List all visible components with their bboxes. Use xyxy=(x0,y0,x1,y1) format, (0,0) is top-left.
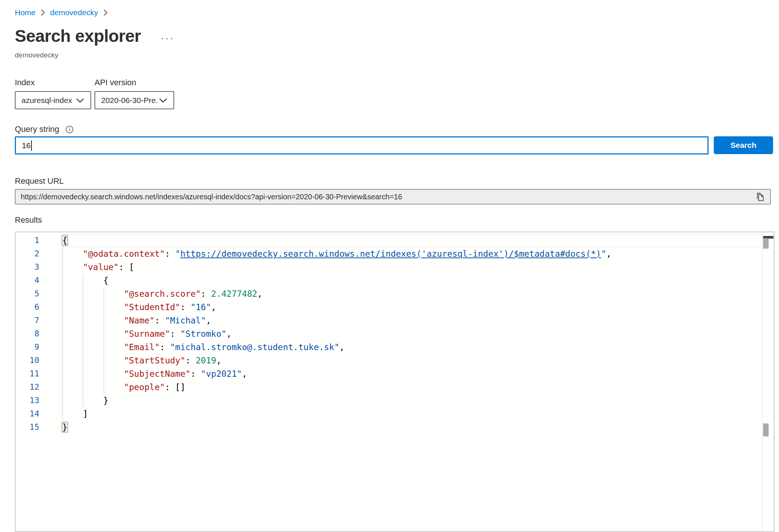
page-title: Search explorer xyxy=(15,26,141,46)
line-number: 13 xyxy=(16,394,62,407)
api-version-dropdown[interactable]: 2020-06-30-Pre... xyxy=(95,91,174,109)
api-version-dropdown-value: 2020-06-30-Pre... xyxy=(101,96,159,105)
code-line: "people": [] xyxy=(62,380,761,394)
editor-line: 1{ xyxy=(16,234,774,247)
json-token-p: : xyxy=(201,289,211,299)
api-version-label: API version xyxy=(95,78,136,87)
line-number: 5 xyxy=(16,287,62,300)
json-token-s: "Michal" xyxy=(165,316,206,325)
json-token-p: { xyxy=(103,276,109,285)
json-token-bm: { xyxy=(62,236,67,245)
editor-line: 9"Email": "michal.stromko@.student.tuke.… xyxy=(16,340,774,354)
indent-guide xyxy=(62,314,83,327)
indent-guide xyxy=(62,300,83,314)
results-json-editor[interactable]: 1{2"@odata.context": "https://demovedeck… xyxy=(15,232,775,532)
indent-guide xyxy=(103,314,124,327)
line-number: 10 xyxy=(16,354,62,367)
info-icon[interactable] xyxy=(65,125,74,134)
request-url-value: https://demovedecky.search.windows.net/i… xyxy=(21,193,755,201)
code-line: ] xyxy=(62,407,761,420)
chevron-right-icon xyxy=(103,9,107,16)
request-url-field[interactable]: https://demovedecky.search.windows.net/i… xyxy=(15,189,771,205)
json-token-p: : xyxy=(160,342,170,352)
index-dropdown[interactable]: azuresql-index xyxy=(15,91,91,109)
json-token-n: 2.4277482 xyxy=(211,289,258,299)
results-label: Results xyxy=(15,215,42,225)
indent-guide xyxy=(62,247,83,260)
query-string-label: Query string xyxy=(15,124,59,134)
json-token-k: "Email" xyxy=(124,342,160,352)
code-line: "@odata.context": "https://demovedecky.s… xyxy=(62,247,761,260)
code-line: "SubjectName": "vp2021", xyxy=(62,367,761,380)
indent-guide xyxy=(62,394,83,407)
json-token-k: "Name" xyxy=(124,316,155,325)
json-token-k: "value" xyxy=(83,262,119,272)
code-line: "Name": "Michal", xyxy=(62,314,761,327)
line-number: 8 xyxy=(16,327,62,340)
indent-guide xyxy=(103,287,124,300)
indent-guide xyxy=(83,367,103,380)
code-line: "StartStudy": 2019, xyxy=(62,354,761,367)
json-token-p: , xyxy=(216,356,221,365)
json-token-k: "@search.score" xyxy=(124,289,201,299)
line-number: 1 xyxy=(16,234,62,247)
json-token-p: , xyxy=(257,289,262,299)
json-token-k: "@odata.context" xyxy=(83,249,165,259)
json-token-k: "StartStudy" xyxy=(124,356,185,365)
json-token-n: 2019 xyxy=(196,356,216,365)
editor-line: 10"StartStudy": 2019, xyxy=(16,354,774,367)
page-subtitle: demovedecky xyxy=(15,51,58,59)
line-number: 9 xyxy=(16,340,62,354)
editor-line: 6"StudentId": "16", xyxy=(16,300,774,314)
json-token-p: : [ xyxy=(119,262,134,272)
indent-guide xyxy=(103,354,124,367)
breadcrumb-demovedecky-link[interactable]: demovedecky xyxy=(50,8,98,17)
line-number: 14 xyxy=(16,407,62,420)
indent-guide xyxy=(62,340,83,354)
line-number: 2 xyxy=(16,247,62,260)
more-options-icon[interactable]: ··· xyxy=(161,34,175,43)
json-token-k: "Surname" xyxy=(124,329,170,339)
chevron-down-icon xyxy=(76,98,84,103)
json-token-p: } xyxy=(103,396,109,405)
indent-guide xyxy=(62,354,83,367)
editor-line: 2"@odata.context": "https://demovedecky.… xyxy=(16,247,774,260)
query-string-label-row: Query string xyxy=(15,124,74,134)
editor-line: 12"people": [] xyxy=(16,380,774,394)
json-token-p: : [] xyxy=(165,382,185,392)
line-number: 11 xyxy=(16,367,62,380)
editor-line: 15} xyxy=(16,420,774,434)
query-string-value: 16 xyxy=(22,141,30,150)
chevron-down-icon xyxy=(159,98,168,103)
query-string-input[interactable]: 16 xyxy=(15,136,709,154)
json-token-p: : xyxy=(190,369,201,379)
editor-line: 13} xyxy=(16,394,774,407)
code-line: "value": [ xyxy=(62,260,761,274)
breadcrumb-home-link[interactable]: Home xyxy=(15,8,36,17)
editor-line: 7"Name": "Michal", xyxy=(16,314,774,327)
json-token-p: : xyxy=(185,356,196,365)
search-button[interactable]: Search xyxy=(714,136,773,154)
indent-guide xyxy=(83,314,103,327)
scrollbar-thumb[interactable] xyxy=(763,238,769,249)
copy-icon[interactable] xyxy=(755,191,766,203)
json-token-p: : xyxy=(170,329,180,339)
code-line: "Surname": "Stromko", xyxy=(62,327,761,340)
overview-ruler-bracket-mark xyxy=(763,423,769,436)
line-number: 7 xyxy=(16,314,62,327)
breadcrumb: Home demovedecky xyxy=(15,8,107,17)
indent-guide xyxy=(83,380,103,394)
json-token-s: "Stromko" xyxy=(180,329,226,339)
code-line: "Email": "michal.stromko@.student.tuke.s… xyxy=(62,340,761,354)
editor-line: 11"SubjectName": "vp2021", xyxy=(16,367,774,380)
line-number: 3 xyxy=(16,260,62,274)
json-token-p: , xyxy=(242,369,247,379)
indent-guide xyxy=(62,260,83,274)
indent-guide xyxy=(62,367,83,380)
json-token-p: , xyxy=(211,302,216,312)
index-dropdown-value: azuresql-index xyxy=(21,96,72,105)
json-token-s: "vp2021" xyxy=(201,369,242,379)
editor-line: 3"value": [ xyxy=(16,260,774,274)
json-token-p: , xyxy=(606,249,611,259)
indent-guide xyxy=(83,300,103,314)
